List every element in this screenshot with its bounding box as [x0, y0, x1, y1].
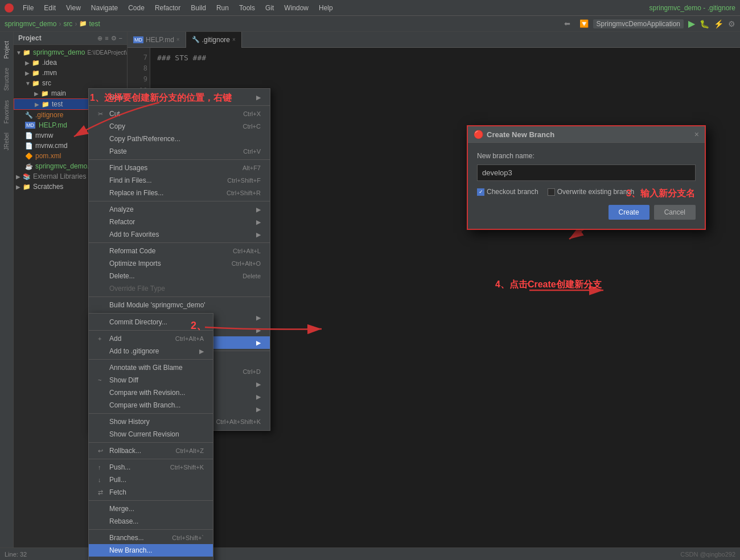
git-add[interactable]: + Add Ctrl+Alt+A: [89, 332, 213, 345]
git-show-history[interactable]: Show History: [89, 415, 213, 428]
overwrite-checkbox[interactable]: [548, 188, 555, 196]
sidebar-icon-project[interactable]: Project: [2, 36, 11, 63]
git-new-tag[interactable]: New Tag...: [89, 557, 213, 560]
menu-build[interactable]: Build: [186, 3, 211, 13]
menu-delete[interactable]: Delete... Delete: [89, 270, 270, 282]
settings-btn[interactable]: ⚙: [728, 19, 735, 28]
menu-copy[interactable]: Copy Ctrl+C: [89, 120, 270, 133]
git-new-branch[interactable]: New Branch...: [89, 544, 213, 557]
dialog-close-btn[interactable]: ×: [694, 130, 699, 139]
debug-btn[interactable]: 🐛: [700, 19, 709, 28]
profile-btn[interactable]: ⚡: [714, 19, 723, 28]
checkout-branch-option[interactable]: ✓ Checkout branch: [477, 188, 538, 196]
git-show-current-rev[interactable]: Show Current Revision: [89, 428, 213, 440]
run-btn[interactable]: ▶: [688, 18, 695, 29]
close-helpmd-tab[interactable]: ×: [176, 36, 180, 43]
menu-code[interactable]: Code: [124, 3, 149, 13]
tab-gitignore[interactable]: 🔧 .gitignore ×: [186, 32, 242, 48]
tree-src[interactable]: ▼ 📁 src: [14, 78, 127, 88]
dialog-body: New branch name: ✓ Checkout branch Overw…: [468, 143, 705, 229]
menu-build-module[interactable]: Build Module 'springmvc_demo': [89, 299, 270, 311]
sep1: [89, 105, 270, 106]
git-pull[interactable]: ↓ Pull...: [89, 473, 213, 486]
settings-icon[interactable]: ⚙: [111, 35, 117, 42]
menu-find-usages[interactable]: Find Usages Alt+F7: [89, 162, 270, 174]
menu-view[interactable]: View: [61, 3, 85, 13]
menu-edit[interactable]: Edit: [39, 3, 60, 13]
cancel-branch-btn[interactable]: Cancel: [654, 205, 696, 220]
menu-analyze[interactable]: Analyze ▶: [89, 203, 270, 216]
menu-tools[interactable]: Tools: [235, 3, 260, 13]
menu-window[interactable]: Window: [279, 3, 313, 13]
menu-reformat[interactable]: Reformat Code Ctrl+Alt+L: [89, 245, 270, 257]
branch-name-input[interactable]: [477, 164, 696, 181]
fav-arrow: ▶: [256, 231, 261, 238]
menu-add-favorites[interactable]: Add to Favorites ▶: [89, 228, 270, 241]
folder-icon: 📁: [79, 20, 87, 27]
titlebar: File Edit View Navigate Code Refactor Bu…: [0, 0, 740, 16]
breadcrumb-src[interactable]: src: [63, 20, 72, 28]
history-arrow: ▶: [256, 327, 261, 334]
expand-all-btn[interactable]: ⊕: [97, 35, 102, 42]
git-merge[interactable]: Merge...: [89, 503, 213, 515]
git-branches[interactable]: Branches... Ctrl+Shift+`: [89, 532, 213, 544]
sidebar-icon-favorites[interactable]: Favorites: [2, 96, 11, 128]
menu-find-in-files[interactable]: Find in Files... Ctrl+Shift+F: [89, 174, 270, 187]
git-sep2: [89, 359, 213, 360]
tree-idea[interactable]: ▶ 📁 .idea: [14, 57, 127, 68]
menu-paste[interactable]: Paste Ctrl+V: [89, 145, 270, 158]
run-config-btn[interactable]: 🔽: [579, 19, 589, 28]
breadcrumb-project[interactable]: springmvc_demo: [5, 20, 56, 28]
git-commit-dir[interactable]: Commit Directory...: [89, 316, 213, 328]
dialog-titlebar: 🔴 Create New Branch ×: [468, 126, 705, 143]
menu-refactor[interactable]: Refactor ▶: [89, 216, 270, 228]
menu-run[interactable]: Run: [212, 3, 233, 13]
breadcrumb-test[interactable]: test: [89, 20, 100, 28]
git-submenu: Commit Directory... + Add Ctrl+Alt+A Add…: [88, 313, 213, 560]
menu-git[interactable]: Git: [261, 3, 278, 13]
collapse-btn[interactable]: ≡: [105, 35, 108, 42]
close-gitignore-tab[interactable]: ×: [232, 36, 236, 43]
close-panel-btn[interactable]: −: [119, 35, 122, 42]
menu-optimize[interactable]: Optimize Imports Ctrl+Alt+O: [89, 257, 270, 270]
sidebar-icon-jrebel[interactable]: JRebel: [2, 128, 11, 155]
jrebel-arrow: ▶: [256, 406, 261, 413]
run-config-label[interactable]: SpringmvcDemoApplication: [593, 19, 684, 28]
menu-help[interactable]: Help: [314, 3, 338, 13]
git-rebase[interactable]: Rebase...: [89, 515, 213, 528]
menu-refactor[interactable]: Refactor: [150, 3, 185, 13]
create-branch-btn[interactable]: Create: [609, 205, 649, 220]
analyze-arrow: ▶: [256, 206, 261, 213]
git-fetch[interactable]: ⇄ Fetch: [89, 486, 213, 499]
panel-controls: ⊕ ≡ ⚙ −: [97, 35, 122, 42]
tab-helpmd[interactable]: MD HELP.md ×: [128, 32, 186, 48]
checkout-checkbox[interactable]: ✓: [477, 188, 484, 196]
menu-cut[interactable]: ✂ Cut Ctrl+X: [89, 108, 270, 120]
add-icon: +: [98, 335, 107, 342]
git-annotate[interactable]: Annotate with Git Blame: [89, 361, 213, 374]
sidebar-icon-structure[interactable]: Structure: [2, 63, 11, 96]
git-compare-revision[interactable]: Compare with Revision...: [89, 386, 213, 399]
menu-navigate[interactable]: Navigate: [87, 3, 122, 13]
push-icon: ↑: [98, 464, 107, 471]
back-btn[interactable]: ⬅: [564, 19, 570, 28]
git-compare-branch[interactable]: Compare with Branch...: [89, 399, 213, 411]
git-add-to-gitignore[interactable]: Add to .gitignore ▶: [89, 345, 213, 357]
git-show-diff[interactable]: ~ Show Diff: [89, 374, 213, 386]
git-push[interactable]: ↑ Push... Ctrl+Shift+K: [89, 461, 213, 473]
branch-name-label: New branch name:: [477, 152, 696, 160]
credit: CSDN @qingbo292: [680, 551, 735, 558]
git-rollback[interactable]: ↩ Rollback... Ctrl+Alt+Z: [89, 444, 213, 457]
sep4: [89, 242, 270, 243]
menu-copy-path[interactable]: Copy Path/Reference...: [89, 133, 270, 145]
create-branch-dialog: 🔴 Create New Branch × New branch name: ✓…: [467, 125, 706, 230]
tree-mvn[interactable]: ▶ 📁 .mvn: [14, 68, 127, 78]
menu-file[interactable]: File: [18, 3, 38, 13]
git-sep7: [89, 529, 213, 530]
cut-icon: ✂: [98, 110, 107, 118]
line-col: Line: 32: [5, 551, 27, 558]
tree-root[interactable]: ▼ 📁 springmvc_demo E:\IDEAProject\spring…: [14, 47, 127, 57]
menu-new[interactable]: New ▶: [89, 91, 270, 104]
overwrite-branch-option[interactable]: Overwrite existing branch: [548, 188, 634, 196]
menu-replace[interactable]: Replace in Files... Ctrl+Shift+R: [89, 187, 270, 199]
